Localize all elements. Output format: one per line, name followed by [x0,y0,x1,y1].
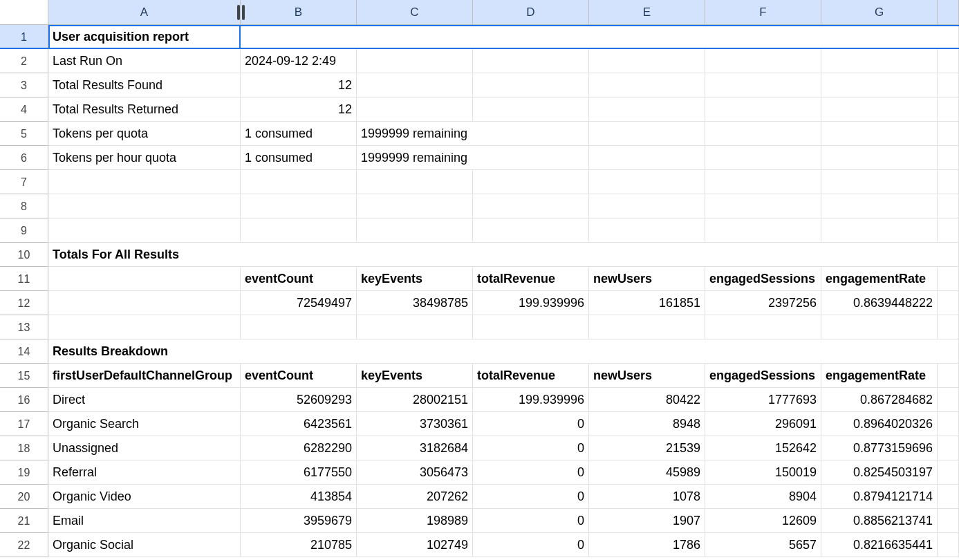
cell-r20-c5[interactable]: 8904 [705,485,821,509]
cell-r9-c1[interactable] [241,218,357,243]
cell-r5-c1[interactable]: 1 consumed [241,122,357,146]
cell-r11-c0[interactable] [48,267,241,291]
cell-r17-c2[interactable]: 3730361 [357,412,473,436]
row-header-22[interactable]: 22 [0,533,48,557]
cell-r13-c5[interactable] [705,315,821,339]
cell-r9-c4[interactable] [589,218,705,243]
cell-r4-c6[interactable] [821,97,938,122]
cell-r4-c4[interactable] [589,97,705,122]
cell-r21-c4[interactable]: 1907 [589,509,705,533]
row-header-11[interactable]: 11 [0,267,48,291]
cell-r22-c5[interactable]: 5657 [705,533,821,557]
col-header-extra[interactable] [938,0,959,25]
cell-r12-c1[interactable]: 72549497 [241,291,357,315]
cell-r20-c4[interactable]: 1078 [589,485,705,509]
row-header-8[interactable]: 8 [0,194,48,218]
cell-r21-c1[interactable]: 3959679 [241,509,357,533]
row-header-9[interactable]: 9 [0,218,48,243]
cell-r22-c0[interactable]: Organic Social [48,533,241,557]
row-header-21[interactable]: 21 [0,509,48,533]
cell-r7-c3[interactable] [473,170,589,194]
cell-r17-c1[interactable]: 6423561 [241,412,357,436]
cell-r8-c4[interactable] [589,194,705,218]
cell-r20-c2[interactable]: 207262 [357,485,473,509]
cell-r12-c5[interactable]: 2397256 [705,291,821,315]
cell-r4-c7[interactable] [938,97,959,122]
cell-r2-c0[interactable]: Last Run On [48,49,241,73]
row-header-20[interactable]: 20 [0,485,48,509]
cell-r19-c6[interactable]: 0.8254503197 [821,460,938,485]
row-header-2[interactable]: 2 [0,49,48,73]
cell-r19-c0[interactable]: Referral [48,460,241,485]
cell-r22-c6[interactable]: 0.8216635441 [821,533,938,557]
cell-r15-c3[interactable]: totalRevenue [473,364,589,388]
cell-r8-c6[interactable] [821,194,938,218]
row-header-6[interactable]: 6 [0,146,48,170]
cell-r11-c2[interactable]: keyEvents [357,267,473,291]
cell-r9-c3[interactable] [473,218,589,243]
cell-r13-c2[interactable] [357,315,473,339]
cell-r18-c1[interactable]: 6282290 [241,436,357,460]
cell-r17-c0[interactable]: Organic Search [48,412,241,436]
col-header-f[interactable]: F [705,0,821,25]
select-all-corner[interactable] [0,0,48,25]
cell-r21-c6[interactable]: 0.8856213741 [821,509,938,533]
cell-r11-c4[interactable]: newUsers [589,267,705,291]
cell-r19-c1[interactable]: 6177550 [241,460,357,485]
cell-r4-c3[interactable] [473,97,589,122]
cell-r9-c7[interactable] [938,218,959,243]
cell-r17-c5[interactable]: 296091 [705,412,821,436]
cell-r12-c2[interactable]: 38498785 [357,291,473,315]
cell-r9-c5[interactable] [705,218,821,243]
cell-r5-c4[interactable] [705,122,821,146]
cell-r13-c7[interactable] [938,315,959,339]
cell-r21-c7[interactable] [938,509,959,533]
row-header-10[interactable]: 10 [0,243,48,267]
cell-r7-c2[interactable] [357,170,473,194]
cell-r3-c0[interactable]: Total Results Found [48,73,241,97]
cell-r22-c4[interactable]: 1786 [589,533,705,557]
cell-r20-c6[interactable]: 0.8794121714 [821,485,938,509]
cell-r17-c7[interactable] [938,412,959,436]
cell-r15-c4[interactable]: newUsers [589,364,705,388]
cell-r10-c0[interactable]: Totals For All Results [48,243,959,267]
cell-r18-c6[interactable]: 0.8773159696 [821,436,938,460]
cell-r22-c2[interactable]: 102749 [357,533,473,557]
row-header-7[interactable]: 7 [0,170,48,194]
cell-r4-c1[interactable]: 12 [241,97,357,122]
cell-r11-c5[interactable]: engagedSessions [705,267,821,291]
cell-r16-c7[interactable] [938,388,959,412]
cell-r21-c3[interactable]: 0 [473,509,589,533]
cell-r8-c1[interactable] [241,194,357,218]
cell-r6-c1[interactable]: 1 consumed [241,146,357,170]
cell-r5-c3[interactable] [589,122,705,146]
cell-r18-c3[interactable]: 0 [473,436,589,460]
cell-r16-c6[interactable]: 0.867284682 [821,388,938,412]
cell-r1-c0[interactable]: User acquisition report [48,25,959,49]
cell-r5-c6[interactable] [938,122,959,146]
cell-r6-c3[interactable] [589,146,705,170]
cell-r6-c6[interactable] [938,146,959,170]
cell-r7-c7[interactable] [938,170,959,194]
cell-r15-c7[interactable] [938,364,959,388]
cell-r13-c1[interactable] [241,315,357,339]
col-header-g[interactable]: G [821,0,938,25]
row-header-13[interactable]: 13 [0,315,48,339]
cell-r5-c2[interactable]: 1999999 remaining [357,122,589,146]
cell-r12-c4[interactable]: 161851 [589,291,705,315]
cell-r3-c3[interactable] [473,73,589,97]
cell-r18-c5[interactable]: 152642 [705,436,821,460]
cell-r18-c0[interactable]: Unassigned [48,436,241,460]
cell-r20-c0[interactable]: Organic Video [48,485,241,509]
cell-r3-c5[interactable] [705,73,821,97]
cell-r13-c3[interactable] [473,315,589,339]
cell-r22-c7[interactable] [938,533,959,557]
cell-r5-c5[interactable] [821,122,938,146]
cell-r21-c0[interactable]: Email [48,509,241,533]
col-header-a[interactable]: A [48,0,241,25]
row-header-15[interactable]: 15 [0,364,48,388]
cell-r4-c5[interactable] [705,97,821,122]
cell-r9-c6[interactable] [821,218,938,243]
cell-r8-c5[interactable] [705,194,821,218]
cell-r8-c0[interactable] [48,194,241,218]
